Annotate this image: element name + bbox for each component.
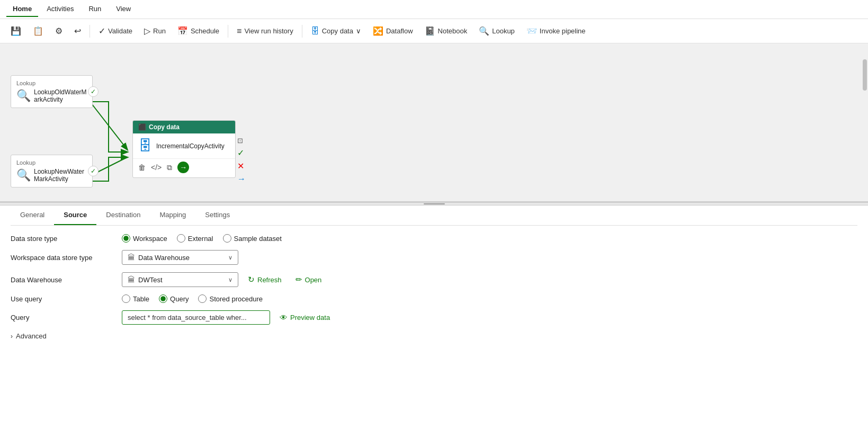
canvas-scrollbar-thumb xyxy=(863,59,867,91)
menu-item-run[interactable]: Run xyxy=(82,2,108,17)
tab-general[interactable]: General xyxy=(11,205,54,225)
copy-node-go-icon[interactable]: → xyxy=(177,162,189,173)
data-warehouse-value: DWTest xyxy=(138,276,163,284)
save-as-button[interactable]: 📋 xyxy=(28,23,49,39)
dw-chevron-icon: ∨ xyxy=(228,276,232,283)
tab-source[interactable]: Source xyxy=(54,205,96,225)
canvas-scrollbar[interactable] xyxy=(862,43,868,201)
copy-data-button[interactable]: 🗄 Copy data ∨ xyxy=(306,24,366,39)
run-button[interactable]: ▷ Run xyxy=(139,23,171,39)
lookup2-node[interactable]: Lookup 🔍 LookupNewWaterMarkActivity ✓ xyxy=(11,155,93,187)
advanced-row[interactable]: › Advanced xyxy=(11,332,857,340)
lookup-button[interactable]: 🔍 Lookup xyxy=(473,23,520,39)
workspace-data-store-type-row: Workspace data store type 🏛 Data Warehou… xyxy=(11,250,857,265)
copy-node-delete-icon[interactable]: 🗑 xyxy=(138,163,146,172)
schedule-button[interactable]: 📅 Schedule xyxy=(172,23,225,39)
use-query-label: Use query xyxy=(11,295,117,303)
radio-query[interactable]: Query xyxy=(159,294,189,303)
lookup2-check-badge: ✓ xyxy=(88,166,99,176)
invoke-pipeline-icon: 📨 xyxy=(526,26,537,36)
radio-workspace[interactable]: Workspace xyxy=(122,234,167,243)
query-input[interactable] xyxy=(122,310,270,325)
radio-stored-procedure-input[interactable] xyxy=(198,294,207,303)
toolbar: 💾 📋 ⚙ ↩ ✓ Validate ▷ Run 📅 Schedule ≡ Vi… xyxy=(0,19,868,43)
open-icon: ✏ xyxy=(296,275,302,284)
pipeline-canvas[interactable]: Lookup 🔍 LookupOldWaterMarkActivity ✓ Lo… xyxy=(0,43,868,202)
validate-label: Validate xyxy=(108,27,132,35)
menu-item-activities[interactable]: Activities xyxy=(40,2,80,17)
radio-table-input[interactable] xyxy=(122,294,130,303)
tab-settings[interactable]: Settings xyxy=(195,205,239,225)
data-warehouse-row: Data Warehouse 🏛 DWTest ∨ ↻ Refresh ✏ Op… xyxy=(11,272,857,287)
query-label: Query xyxy=(11,314,117,321)
lookup2-name: LookupNewWaterMarkActivity xyxy=(34,168,87,183)
settings-button[interactable]: ⚙ xyxy=(50,23,68,39)
radio-external[interactable]: External xyxy=(177,234,213,243)
radio-sample-dataset[interactable]: Sample dataset xyxy=(223,234,282,243)
radio-query-input[interactable] xyxy=(159,294,167,303)
undo-icon: ↩ xyxy=(74,26,81,36)
copy-node-actions: 🗑 </> ⧉ → xyxy=(133,158,235,177)
lookup1-node[interactable]: Lookup 🔍 LookupOldWaterMarkActivity ✓ xyxy=(11,75,93,108)
radio-sample-dataset-input[interactable] xyxy=(223,234,231,243)
copy-node-name: IncrementalCopyActivity xyxy=(156,142,225,150)
invoke-pipeline-button[interactable]: 📨 Invoke pipeline xyxy=(521,23,591,39)
copy-node-side-badges: ⊡ ✓ ✕ → xyxy=(237,137,246,184)
radio-table[interactable]: Table xyxy=(122,294,149,303)
data-warehouse-dropdown[interactable]: 🏛 DWTest ∨ xyxy=(122,272,238,287)
canvas-svg xyxy=(0,43,868,201)
preview-data-label: Preview data xyxy=(290,314,330,321)
copy-node-header-label: Copy data xyxy=(149,123,180,131)
dataflow-button[interactable]: 🔀 Dataflow xyxy=(368,23,418,39)
lookup1-check-icon: ✓ xyxy=(91,88,96,95)
radio-external-input[interactable] xyxy=(177,234,185,243)
copy-node-header: ⬛ Copy data xyxy=(133,121,235,133)
gear-icon: ⚙ xyxy=(55,26,62,36)
validate-button[interactable]: ✓ Validate xyxy=(93,23,138,39)
tab-mapping[interactable]: Mapping xyxy=(150,205,195,225)
undo-button[interactable]: ↩ xyxy=(69,23,86,39)
copy-data-node[interactable]: ⬛ Copy data 🗄 IncrementalCopyActivity 🗑 … xyxy=(132,120,236,178)
copy-node-collapse-icon[interactable]: ⊡ xyxy=(237,137,246,145)
history-icon: ≡ xyxy=(237,26,241,36)
notebook-label: Notebook xyxy=(438,27,468,35)
notebook-button[interactable]: 📓 Notebook xyxy=(419,23,473,39)
save-as-icon: 📋 xyxy=(33,26,43,36)
open-button[interactable]: ✏ Open xyxy=(291,273,326,287)
save-button[interactable]: 💾 xyxy=(5,23,26,39)
view-run-history-button[interactable]: ≡ View run history xyxy=(231,24,299,39)
advanced-chevron-icon: › xyxy=(11,333,13,340)
data-store-type-label: Data store type xyxy=(11,235,117,243)
radio-stored-procedure-label: Stored procedure xyxy=(209,295,262,303)
use-query-row: Use query Table Query Stored procedure xyxy=(11,294,857,303)
run-label: Run xyxy=(153,27,166,35)
tab-destination[interactable]: Destination xyxy=(96,205,150,225)
data-store-type-radio-group: Workspace External Sample dataset xyxy=(122,234,282,243)
radio-workspace-input[interactable] xyxy=(122,234,130,243)
copy-node-copy-icon[interactable]: ⧉ xyxy=(167,163,172,172)
play-icon: ▷ xyxy=(144,26,150,36)
lookup-label: Lookup xyxy=(492,27,515,35)
copy-node-body: 🗄 IncrementalCopyActivity xyxy=(133,133,235,158)
lookup2-content: 🔍 LookupNewWaterMarkActivity xyxy=(16,168,87,183)
save-icon: 💾 xyxy=(11,26,21,36)
copy-node-success-badge: ✓ xyxy=(237,148,246,158)
preview-data-button[interactable]: 👁 Preview data xyxy=(275,311,334,324)
lookup1-name: LookupOldWaterMarkActivity xyxy=(34,88,87,103)
copy-node-code-icon[interactable]: </> xyxy=(151,163,162,172)
data-warehouse-dropdown-icon: 🏛 xyxy=(128,253,135,262)
workspace-data-store-type-value: Data Warehouse xyxy=(138,254,190,262)
svg-line-0 xyxy=(90,102,127,149)
radio-sample-dataset-label: Sample dataset xyxy=(234,235,282,243)
menu-item-view[interactable]: View xyxy=(110,2,137,17)
workspace-data-store-type-dropdown[interactable]: 🏛 Data Warehouse ∨ xyxy=(122,250,238,265)
radio-workspace-label: Workspace xyxy=(133,235,167,243)
lookup1-icon: 🔍 xyxy=(16,89,31,103)
workspace-data-store-type-label: Workspace data store type xyxy=(11,254,117,262)
refresh-button[interactable]: ↻ Refresh xyxy=(244,273,286,287)
menu-item-home[interactable]: Home xyxy=(6,2,38,17)
data-store-type-row: Data store type Workspace External Sampl… xyxy=(11,234,857,243)
radio-stored-procedure[interactable]: Stored procedure xyxy=(198,294,262,303)
use-query-radio-group: Table Query Stored procedure xyxy=(122,294,263,303)
lookup2-icon: 🔍 xyxy=(16,168,31,182)
